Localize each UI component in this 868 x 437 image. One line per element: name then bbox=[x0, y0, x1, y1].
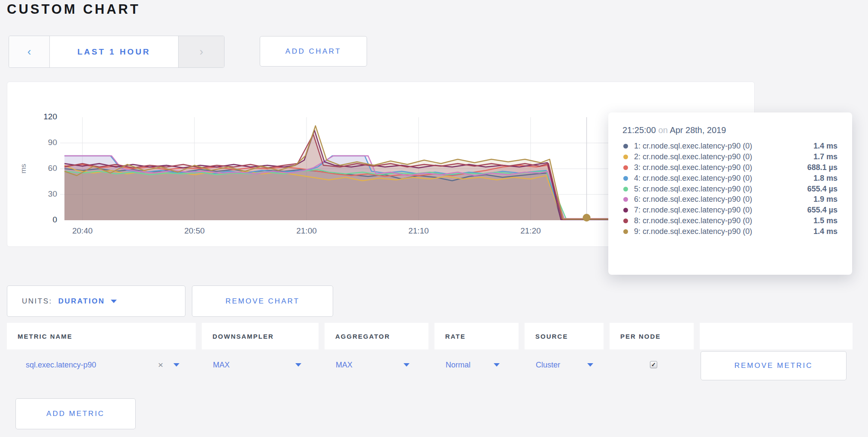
rate-value[interactable]: Normal bbox=[446, 349, 470, 380]
hover-dot bbox=[583, 214, 591, 222]
tooltip-series-row: 6: cr.node.sql.exec.latency-p90 (0)1.9 m… bbox=[622, 194, 838, 205]
tooltip-series-label: 6: cr.node.sql.exec.latency-p90 (0) bbox=[634, 195, 752, 204]
tooltip-series-value: 655.4 µs bbox=[807, 206, 838, 215]
column-header-actions bbox=[700, 323, 853, 349]
tooltip-header: 21:25:00 on Apr 28th, 2019 bbox=[622, 125, 838, 135]
tooltip-series-row: 5: cr.node.sql.exec.latency-p90 (0)655.4… bbox=[622, 184, 838, 194]
tooltip-series-row: 4: cr.node.sql.exec.latency-p90 (0)1.8 m… bbox=[622, 173, 838, 184]
tooltip-series-label: 7: cr.node.sql.exec.latency-p90 (0) bbox=[634, 206, 752, 215]
tooltip-series-value: 655.4 µs bbox=[807, 185, 838, 194]
x-tick-label: 20:50 bbox=[177, 226, 212, 236]
caret-down-icon bbox=[494, 363, 500, 367]
tooltip-series-value: 1.4 ms bbox=[813, 142, 838, 151]
column-header-per-node: PER NODE bbox=[610, 323, 694, 349]
series-color-dot-icon bbox=[623, 155, 628, 159]
clear-metric-icon[interactable]: × bbox=[158, 349, 163, 380]
x-tick-label: 21:20 bbox=[513, 226, 548, 236]
downsampler-value[interactable]: MAX bbox=[213, 349, 230, 380]
series-color-dot-icon bbox=[623, 144, 628, 149]
tooltip-series-label: 9: cr.node.sql.exec.latency-p90 (0) bbox=[634, 227, 752, 236]
aggregator-dropdown[interactable] bbox=[404, 349, 410, 380]
series-color-dot-icon bbox=[623, 218, 628, 223]
series-color-dot-icon bbox=[623, 176, 628, 181]
y-tick-label: 120 bbox=[32, 112, 57, 121]
series-color-dot-icon bbox=[623, 197, 628, 202]
time-window-next-button[interactable]: › bbox=[178, 36, 224, 67]
aggregator-value[interactable]: MAX bbox=[336, 349, 352, 380]
metric-name-value[interactable]: sql.exec.latency-p90 bbox=[26, 349, 96, 380]
units-label: UNITS: bbox=[22, 297, 52, 306]
tooltip-series-label: 1: cr.node.sql.exec.latency-p90 (0) bbox=[634, 142, 752, 151]
page-title: CUSTOM CHART bbox=[7, 2, 140, 17]
y-tick-label: 0 bbox=[32, 215, 57, 225]
tooltip-series-row: 8: cr.node.sql.exec.latency-p90 (0)1.5 m… bbox=[622, 215, 838, 226]
tooltip-date-text: Apr 28th, 2019 bbox=[670, 125, 726, 135]
caret-down-icon bbox=[173, 363, 179, 367]
tooltip-series-value: 1.5 ms bbox=[813, 216, 838, 225]
units-dropdown[interactable]: UNITS: DURATION bbox=[7, 285, 185, 317]
tooltip-series-value: 1.7 ms bbox=[813, 152, 838, 161]
downsampler-dropdown[interactable] bbox=[295, 349, 301, 380]
tooltip-connector: on bbox=[658, 125, 668, 135]
tooltip-time: 21:25:00 bbox=[622, 125, 656, 135]
caret-down-icon bbox=[295, 363, 301, 367]
x-tick-label: 21:10 bbox=[401, 226, 436, 236]
add-chart-button[interactable]: ADD CHART bbox=[260, 36, 367, 67]
remove-chart-button[interactable]: REMOVE CHART bbox=[192, 285, 333, 317]
tooltip-series-label: 8: cr.node.sql.exec.latency-p90 (0) bbox=[634, 216, 752, 225]
time-window-prev-button[interactable]: ‹ bbox=[9, 36, 50, 67]
time-window-label[interactable]: LAST 1 HOUR bbox=[50, 36, 178, 67]
series-color-dot-icon bbox=[623, 208, 628, 212]
series-color-dot-icon bbox=[623, 165, 628, 170]
y-tick-label: 90 bbox=[32, 138, 57, 147]
per-node-checkbox[interactable]: ✓ bbox=[650, 361, 657, 368]
tooltip-series-label: 2: cr.node.sql.exec.latency-p90 (0) bbox=[634, 152, 752, 161]
y-axis-unit-label: ms bbox=[19, 160, 30, 177]
chevron-left-icon: ‹ bbox=[27, 45, 31, 58]
tooltip-series-row: 2: cr.node.sql.exec.latency-p90 (0)1.7 m… bbox=[622, 152, 838, 162]
column-header-rate: RATE bbox=[434, 323, 519, 349]
tooltip-series-row: 1: cr.node.sql.exec.latency-p90 (0)1.4 m… bbox=[622, 141, 838, 152]
y-tick-label: 30 bbox=[32, 189, 57, 199]
units-value: DURATION bbox=[58, 297, 105, 306]
metric-name-dropdown[interactable] bbox=[173, 349, 179, 380]
add-metric-button[interactable]: ADD METRIC bbox=[15, 398, 136, 429]
column-header-downsampler: DOWNSAMPLER bbox=[202, 323, 319, 349]
column-header-metric-name: METRIC NAME bbox=[7, 323, 196, 349]
y-tick-label: 60 bbox=[32, 164, 57, 173]
x-tick-label: 21:00 bbox=[289, 226, 324, 236]
chart-hover-tooltip: 21:25:00 on Apr 28th, 2019 1: cr.node.sq… bbox=[608, 112, 852, 275]
chevron-right-icon: › bbox=[200, 45, 203, 58]
source-dropdown[interactable] bbox=[587, 349, 593, 380]
caret-down-icon bbox=[111, 300, 117, 303]
tooltip-series-label: 4: cr.node.sql.exec.latency-p90 (0) bbox=[634, 174, 752, 183]
tooltip-series-list: 1: cr.node.sql.exec.latency-p90 (0)1.4 m… bbox=[622, 141, 838, 237]
time-window-selector: ‹ LAST 1 HOUR › bbox=[9, 36, 225, 68]
caret-down-icon bbox=[404, 363, 410, 367]
tooltip-series-label: 3: cr.node.sql.exec.latency-p90 (0) bbox=[634, 163, 752, 172]
tooltip-series-row: 3: cr.node.sql.exec.latency-p90 (0)688.1… bbox=[622, 162, 838, 173]
source-value[interactable]: Cluster bbox=[536, 349, 560, 380]
column-header-source: SOURCE bbox=[525, 323, 604, 349]
series-color-dot-icon bbox=[623, 187, 628, 191]
rate-dropdown[interactable] bbox=[494, 349, 500, 380]
column-header-aggregator: AGGREGATOR bbox=[325, 323, 428, 349]
series-color-dot-icon bbox=[623, 229, 628, 234]
remove-metric-button[interactable]: REMOVE METRIC bbox=[701, 351, 847, 380]
tooltip-series-value: 1.9 ms bbox=[813, 195, 838, 204]
caret-down-icon bbox=[587, 363, 593, 367]
tooltip-series-value: 688.1 µs bbox=[807, 163, 838, 172]
tooltip-series-row: 7: cr.node.sql.exec.latency-p90 (0)655.4… bbox=[622, 205, 838, 215]
x-tick-label: 20:40 bbox=[65, 226, 100, 236]
tooltip-series-row: 9: cr.node.sql.exec.latency-p90 (0)1.4 m… bbox=[622, 226, 838, 237]
tooltip-series-value: 1.8 ms bbox=[813, 174, 838, 183]
tooltip-series-value: 1.4 ms bbox=[813, 227, 838, 236]
tooltip-series-label: 5: cr.node.sql.exec.latency-p90 (0) bbox=[634, 185, 752, 194]
